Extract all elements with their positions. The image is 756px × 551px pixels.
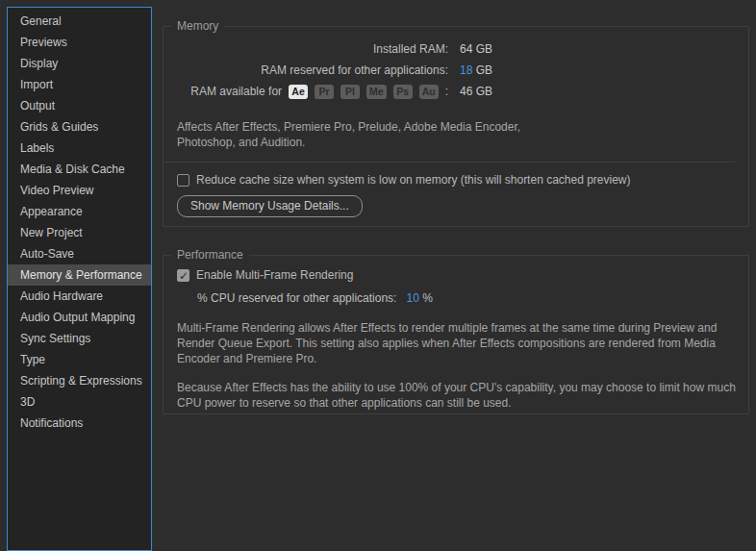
performance-groupbox: Performance Enable Multi-Frame Rendering… xyxy=(163,255,749,414)
app-badge-me: Me xyxy=(366,85,387,99)
ram-reserved-unit: GB xyxy=(472,63,492,77)
cpu-limit-description-line2: CPU power to reserve so that other appli… xyxy=(177,395,735,411)
preferences-sidebar: GeneralPreviewsDisplayImportOutputGrids … xyxy=(7,7,152,551)
affects-note-line1: Affects After Effects, Premiere Pro, Pre… xyxy=(177,119,735,135)
sidebar-item-scripting-expressions[interactable]: Scripting & Expressions xyxy=(8,370,151,391)
multi-frame-description: Multi-Frame Rendering allows After Effec… xyxy=(177,320,735,366)
app-badge-ae: Ae xyxy=(289,85,308,99)
sidebar-item-grids-guides[interactable]: Grids & Guides xyxy=(8,116,151,138)
memory-rows: Installed RAM: 64 GB RAM reserved for ot… xyxy=(164,27,748,102)
sidebar-item-audio-output-mapping[interactable]: Audio Output Mapping xyxy=(8,307,151,328)
ram-available-colon: : xyxy=(445,85,448,98)
show-memory-usage-button[interactable]: Show Memory Usage Details... xyxy=(177,195,363,217)
sidebar-item-sync-settings[interactable]: Sync Settings xyxy=(8,328,151,349)
reduce-cache-row: Reduce cache size when system is low on … xyxy=(177,173,735,187)
cpu-limit-description: Because After Effects has the ability to… xyxy=(177,380,735,411)
app-badge-pr: Pr xyxy=(315,85,334,99)
ram-reserved-row: RAM reserved for other applications: 18 … xyxy=(164,60,748,81)
sidebar-item-type[interactable]: Type xyxy=(8,349,151,370)
sidebar-item-media-disk-cache[interactable]: Media & Disk Cache xyxy=(8,159,151,180)
sidebar-item-auto-save[interactable]: Auto-Save xyxy=(8,243,151,264)
ram-reserved-value: 18 GB xyxy=(460,63,492,77)
sidebar-item-appearance[interactable]: Appearance xyxy=(8,201,151,222)
ram-reserved-number[interactable]: 18 xyxy=(460,63,472,77)
installed-ram-value: 64 GB xyxy=(460,42,492,56)
sidebar-item-notifications[interactable]: Notifications xyxy=(8,413,151,434)
cpu-reserved-number[interactable]: 10 xyxy=(406,291,418,305)
memory-group-title: Memory xyxy=(171,19,224,33)
cpu-limit-description-line1: Because After Effects has the ability to… xyxy=(177,380,735,395)
sidebar-item-3d[interactable]: 3D xyxy=(8,391,151,413)
sidebar-item-import[interactable]: Import xyxy=(8,74,151,95)
app-badge-pl: Pl xyxy=(340,85,360,99)
multi-frame-row: Enable Multi-Frame Rendering xyxy=(177,268,735,282)
performance-group-title: Performance xyxy=(171,248,249,262)
sidebar-item-general[interactable]: General xyxy=(8,11,151,32)
multi-frame-description-line2: Render Queue Export. This setting also a… xyxy=(177,336,735,351)
memory-groupbox: Memory Installed RAM: 64 GB RAM reserved… xyxy=(163,26,749,227)
multi-frame-label[interactable]: Enable Multi-Frame Rendering xyxy=(196,268,353,282)
sidebar-item-new-project[interactable]: New Project xyxy=(8,222,151,243)
affects-note: Affects After Effects, Premiere Pro, Pre… xyxy=(177,119,735,150)
app-badge-ps: Ps xyxy=(393,85,413,99)
sidebar-item-video-preview[interactable]: Video Preview xyxy=(8,180,151,201)
memory-divider xyxy=(164,162,735,163)
multi-frame-checkbox[interactable] xyxy=(177,269,189,282)
sidebar-item-display[interactable]: Display xyxy=(8,53,151,74)
sidebar-item-audio-hardware[interactable]: Audio Hardware xyxy=(8,286,151,307)
installed-ram-label: Installed RAM: xyxy=(164,42,448,56)
ram-available-label: RAM available for xyxy=(190,85,282,98)
sidebar-item-labels[interactable]: Labels xyxy=(8,138,151,159)
reduce-cache-label[interactable]: Reduce cache size when system is low on … xyxy=(196,173,631,187)
app-badge-au: Au xyxy=(419,85,439,99)
ram-available-label-group: RAM available for AePrPlMePsAu : xyxy=(164,85,448,99)
multi-frame-description-line3: Encoder and Premiere Pro. xyxy=(177,351,735,366)
sidebar-item-memory-performance[interactable]: Memory & Performance xyxy=(8,264,151,286)
cpu-reserved-unit: % xyxy=(419,291,433,305)
sidebar-item-previews[interactable]: Previews xyxy=(8,32,151,53)
ram-available-value: 46 GB xyxy=(460,85,492,98)
app-badge-list: AePrPlMePsAu xyxy=(289,85,439,99)
cpu-reserved-label: % CPU reserved for other applications: xyxy=(197,291,396,305)
ram-available-row: RAM available for AePrPlMePsAu : 46 GB xyxy=(164,81,748,102)
cpu-reserved-row: % CPU reserved for other applications: 1… xyxy=(197,291,748,305)
installed-ram-row: Installed RAM: 64 GB xyxy=(164,38,748,60)
affects-note-line2: Photoshop, and Audition. xyxy=(177,135,735,150)
multi-frame-description-line1: Multi-Frame Rendering allows After Effec… xyxy=(177,320,735,336)
ram-reserved-label: RAM reserved for other applications: xyxy=(164,63,448,77)
reduce-cache-checkbox[interactable] xyxy=(177,174,189,187)
sidebar-item-output[interactable]: Output xyxy=(8,95,151,116)
